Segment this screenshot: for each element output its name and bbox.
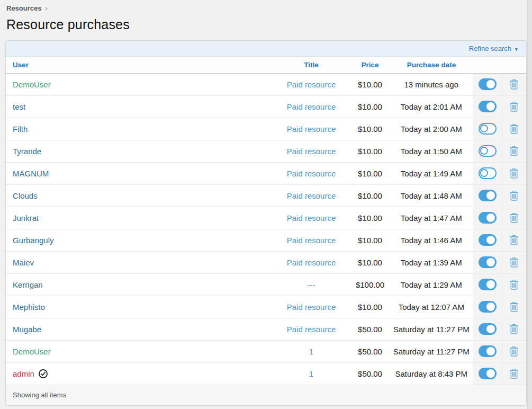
delete-button[interactable] xyxy=(508,211,520,225)
title-link[interactable]: 1 xyxy=(309,369,313,378)
breadcrumb-link-resources[interactable]: Resources xyxy=(6,4,41,12)
delete-button[interactable] xyxy=(508,255,520,269)
title-link[interactable]: Paid resource xyxy=(287,125,336,134)
breadcrumb-separator-icon: › xyxy=(45,4,47,12)
active-toggle[interactable] xyxy=(479,323,497,335)
user-cell: Clouds xyxy=(6,184,273,207)
title-link[interactable]: Paid resource xyxy=(287,325,336,334)
active-toggle[interactable] xyxy=(479,145,497,157)
breadcrumb: Resources › xyxy=(5,3,527,12)
table-row: Filth Paid resource $10.00 Today at 2:00… xyxy=(6,118,526,140)
active-toggle[interactable] xyxy=(479,101,497,112)
delete-cell xyxy=(502,118,526,140)
user-link[interactable]: Clouds xyxy=(13,191,38,200)
user-cell: MAGNUM xyxy=(6,162,273,184)
user-link[interactable]: Kerrigan xyxy=(13,280,43,289)
trash-icon xyxy=(509,351,519,359)
purchase-date-cell: Saturday at 8:43 PM xyxy=(390,362,473,385)
caret-down-icon: ▼ xyxy=(514,47,519,52)
delete-button[interactable] xyxy=(508,77,520,91)
user-link[interactable]: Maiev xyxy=(13,258,34,267)
price-cell: $10.00 xyxy=(350,95,390,118)
price-cell: $50.00 xyxy=(350,362,390,385)
user-link[interactable]: Junkrat xyxy=(13,214,39,223)
purchase-date-cell: Saturday at 11:27 PM xyxy=(390,318,473,340)
price-cell: $10.00 xyxy=(350,251,390,273)
title-link[interactable]: Paid resource xyxy=(287,258,336,267)
user-link[interactable]: Gurbanguly xyxy=(13,236,54,245)
toggle-cell xyxy=(473,140,502,162)
user-link[interactable]: Filth xyxy=(13,125,28,134)
active-toggle[interactable] xyxy=(479,234,497,246)
user-cell: Mugabe xyxy=(6,318,273,340)
user-link[interactable]: DemoUser xyxy=(13,80,51,89)
active-toggle[interactable] xyxy=(479,78,497,90)
toggle-cell xyxy=(473,229,502,251)
active-toggle[interactable] xyxy=(479,256,497,268)
user-cell: Mephisto xyxy=(6,296,273,318)
page: Resources › Resource purchases Refine se… xyxy=(0,0,532,406)
title-link[interactable]: Paid resource xyxy=(287,191,336,200)
title-link[interactable]: Paid resource xyxy=(287,214,336,223)
user-cell: test xyxy=(6,95,273,118)
price-cell: $10.00 xyxy=(350,184,390,207)
purchase-date-cell: Saturday at 11:27 PM xyxy=(390,340,473,362)
user-link[interactable]: DemoUser xyxy=(13,347,51,356)
trash-icon xyxy=(509,239,519,247)
trash-icon xyxy=(509,84,519,92)
refine-search-label: Refine search xyxy=(469,45,511,52)
user-cell: Maiev xyxy=(6,251,273,273)
user-link[interactable]: test xyxy=(13,102,25,111)
active-toggle[interactable] xyxy=(479,167,497,179)
title-link[interactable]: --- xyxy=(308,280,315,289)
price-cell: $100.00 xyxy=(350,273,390,296)
title-link[interactable]: Paid resource xyxy=(287,236,336,245)
purchase-date-cell: 13 minutes ago xyxy=(390,73,473,95)
delete-button[interactable] xyxy=(508,189,520,202)
active-toggle[interactable] xyxy=(479,190,497,201)
delete-cell xyxy=(502,73,526,95)
user-link[interactable]: Tyrande xyxy=(13,147,41,156)
active-toggle[interactable] xyxy=(479,368,497,379)
user-link[interactable]: MAGNUM xyxy=(13,169,49,178)
delete-button[interactable] xyxy=(508,122,520,136)
toggle-cell xyxy=(473,207,502,229)
delete-button[interactable] xyxy=(508,344,520,358)
delete-button[interactable] xyxy=(508,367,520,380)
active-toggle[interactable] xyxy=(479,345,497,357)
active-toggle[interactable] xyxy=(479,279,497,290)
purchase-date-cell: Today at 2:01 AM xyxy=(390,95,473,118)
table-row: MAGNUM Paid resource $10.00 Today at 1:4… xyxy=(6,162,526,184)
delete-cell xyxy=(502,162,526,184)
title-link[interactable]: Paid resource xyxy=(287,303,336,312)
delete-button[interactable] xyxy=(508,300,520,314)
table-row: DemoUser Paid resource $10.00 13 minutes… xyxy=(6,73,526,95)
title-cell: Paid resource xyxy=(273,95,350,118)
user-link[interactable]: Mephisto xyxy=(13,303,45,312)
delete-button[interactable] xyxy=(508,144,520,158)
title-link[interactable]: Paid resource xyxy=(287,169,336,178)
delete-button[interactable] xyxy=(508,100,520,113)
user-cell: Filth xyxy=(6,118,273,140)
delete-button[interactable] xyxy=(508,322,520,336)
trash-icon xyxy=(509,328,519,336)
scrollbar[interactable] xyxy=(527,0,532,409)
active-toggle[interactable] xyxy=(479,212,497,224)
title-cell: 1 xyxy=(273,340,350,362)
column-header-user: User xyxy=(6,57,273,73)
refine-search-link[interactable]: Refine search ▼ xyxy=(469,45,519,52)
user-link[interactable]: Mugabe xyxy=(13,325,41,334)
title-link[interactable]: Paid resource xyxy=(287,102,336,111)
delete-button[interactable] xyxy=(508,233,520,247)
active-toggle[interactable] xyxy=(479,301,497,313)
title-link[interactable]: Paid resource xyxy=(287,147,336,156)
purchases-table-body: DemoUser Paid resource $10.00 13 minutes… xyxy=(6,73,526,385)
delete-button[interactable] xyxy=(508,166,520,180)
trash-icon xyxy=(509,262,519,270)
active-toggle[interactable] xyxy=(479,123,497,135)
user-link[interactable]: admin xyxy=(13,369,34,378)
delete-button[interactable] xyxy=(508,278,520,291)
title-link[interactable]: 1 xyxy=(309,347,313,356)
title-cell: Paid resource xyxy=(273,296,350,318)
title-link[interactable]: Paid resource xyxy=(287,80,336,89)
